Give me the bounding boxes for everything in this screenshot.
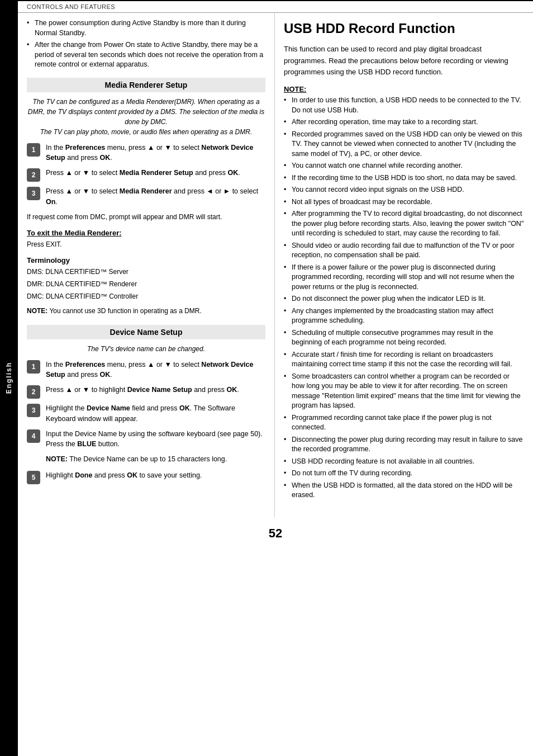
media-note: NOTE: You cannot use 3D function in oper… xyxy=(27,306,265,316)
english-tab: English xyxy=(0,0,18,756)
usb-note-4: If the recording time to the USB HDD is … xyxy=(284,173,524,183)
media-step-3: 3 Press ▲ or ▼ to select Media Renderer … xyxy=(27,186,265,207)
dns-step-text-1: In the Preferences menu, press ▲ or ▼ to… xyxy=(46,360,265,381)
usb-note-12: Scheduling of multiple consecutive progr… xyxy=(284,328,524,348)
media-after-steps: If request come from DMC, prompt will ap… xyxy=(27,212,265,222)
device-name-description: The TV's device name can be changed. xyxy=(27,344,265,354)
exit-text: Press EXIT. xyxy=(27,239,265,249)
intro-bullets: The power consumption during Active Stan… xyxy=(27,18,265,70)
dmc-term: DMC: DLNA CERTIFIED™ Controller xyxy=(27,291,265,301)
usb-hdd-title: USB HDD Record Function xyxy=(284,21,524,37)
dns-step-num-4: 4 xyxy=(27,429,40,443)
media-renderer-section-title: Media Renderer Setup xyxy=(27,78,265,92)
dmr-term: DMR: DLNA CERTIFIED™ Renderer xyxy=(27,279,265,289)
dns-step-text-2: Press ▲ or ▼ to highlight Device Name Se… xyxy=(46,385,265,395)
dns-note: NOTE: The Device Name can be up to 15 ch… xyxy=(46,454,265,465)
step-text-1: In the Preferences menu, press ▲ or ▼ to… xyxy=(46,143,265,164)
usb-note-list: In order to use this function, a USB HDD… xyxy=(284,96,524,500)
step-text-3: Press ▲ or ▼ to select Media Renderer an… xyxy=(46,186,265,207)
dns-step-3: 3 Highlight the Device Name field and pr… xyxy=(27,403,265,424)
dns-step-num-2: 2 xyxy=(27,385,40,399)
step-num-1: 1 xyxy=(27,143,40,157)
usb-note-13: Accurate start / finish time for recordi… xyxy=(284,350,524,370)
usb-note-9: If there is a power failure or the power… xyxy=(284,263,524,292)
dns-step-num-5: 5 xyxy=(27,471,40,484)
dns-step-text-3: Highlight the Device Name field and pres… xyxy=(46,403,265,424)
usb-note-3: You cannot watch one channel while recor… xyxy=(284,161,524,171)
usb-note-14: Some broadcasters can control whether a … xyxy=(284,372,524,411)
usb-note-11: Any changes implemented by the broadcast… xyxy=(284,306,524,326)
usb-note-5: You cannot record video input signals on… xyxy=(284,185,524,195)
usb-note-7: After programming the TV to record digit… xyxy=(284,209,524,239)
right-column: USB HDD Record Function This function ca… xyxy=(275,13,533,517)
page-wrapper: English CONTROLS AND FEATURES The power … xyxy=(0,0,533,756)
step-text-2: Press ▲ or ▼ to select Media Renderer Se… xyxy=(46,168,265,178)
usb-note-18: Do not turn off the TV during recording. xyxy=(284,469,524,479)
dms-term: DMS: DLNA CERTIFIED™ Server xyxy=(27,267,265,277)
dns-step-4: 4 Input the Device Name by using the sof… xyxy=(27,429,265,450)
usb-note-6: Not all types of broadcast may be record… xyxy=(284,197,524,207)
intro-bullet-2: After the change from Power On state to … xyxy=(27,40,265,70)
usb-hdd-intro: This function can be used to record and … xyxy=(284,44,524,78)
terminology-title: Terminology xyxy=(27,256,265,264)
step-num-2: 2 xyxy=(27,168,40,182)
usb-note-10: Do not disconnect the power plug when th… xyxy=(284,294,524,304)
dns-step-text-5: Highlight Done and press OK to save your… xyxy=(46,470,265,481)
dns-step-num-3: 3 xyxy=(27,404,40,417)
device-name-section-title: Device Name Setup xyxy=(27,325,265,339)
media-renderer-description: The TV can be configured as a Media Rend… xyxy=(27,97,265,137)
note-label: NOTE: xyxy=(284,85,524,93)
usb-note-8: Should video or audio recording fail due… xyxy=(284,241,524,261)
media-step-1: 1 In the Preferences menu, press ▲ or ▼ … xyxy=(27,143,265,164)
dns-step-2: 2 Press ▲ or ▼ to highlight Device Name … xyxy=(27,385,265,399)
exit-title: To exit the Media Renderer: xyxy=(27,229,265,237)
dns-step-1: 1 In the Preferences menu, press ▲ or ▼ … xyxy=(27,360,265,381)
dns-step-num-1: 1 xyxy=(27,360,40,374)
usb-note-17: USB HDD recording feature is not availab… xyxy=(284,457,524,467)
left-column: The power consumption during Active Stan… xyxy=(18,13,275,517)
header-label: CONTROLS AND FEATURES xyxy=(27,3,115,10)
intro-bullet-1: The power consumption during Active Stan… xyxy=(27,18,265,38)
dns-step-5: 5 Highlight Done and press OK to save yo… xyxy=(27,470,265,484)
usb-note-15: Programmed recording cannot take place i… xyxy=(284,413,524,433)
usb-hdd-notes: NOTE: In order to use this function, a U… xyxy=(284,85,524,500)
english-label: English xyxy=(5,362,13,394)
media-step-2: 2 Press ▲ or ▼ to select Media Renderer … xyxy=(27,168,265,182)
usb-note-1: After recording operation, time may take… xyxy=(284,117,524,127)
usb-note-2: Recorded programmes saved on the USB HDD… xyxy=(284,130,524,159)
usb-note-19: When the USB HDD is formatted, all the d… xyxy=(284,481,524,500)
main-content: The power consumption during Active Stan… xyxy=(18,13,533,517)
usb-note-0: In order to use this function, a USB HDD… xyxy=(284,96,524,115)
page-header: CONTROLS AND FEATURES xyxy=(18,0,533,12)
usb-note-16: Disconnecting the power plug during reco… xyxy=(284,435,524,455)
page-number: 52 xyxy=(18,517,533,546)
step-num-3: 3 xyxy=(27,187,40,200)
dns-step-text-4: Input the Device Name by using the softw… xyxy=(46,429,265,450)
